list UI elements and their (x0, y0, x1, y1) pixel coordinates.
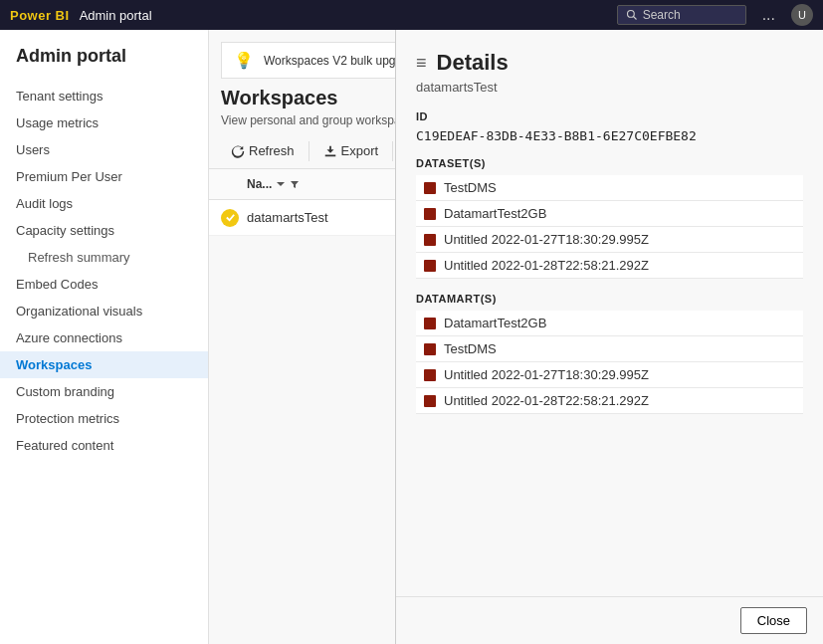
list-item: Untitled 2022-01-28T22:58:21.292Z (416, 253, 803, 279)
sidebar-item-refresh-summary[interactable]: Refresh summary (0, 244, 208, 271)
dataset-icon (424, 260, 436, 272)
details-inner: ≡ Details datamartsTest ID C19EDEAF-83DB… (396, 30, 823, 596)
sidebar-item-featured-content[interactable]: Featured content (0, 432, 208, 459)
search-box[interactable]: Search (617, 5, 746, 25)
sidebar-item-protection-metrics[interactable]: Protection metrics (0, 405, 208, 432)
dataset-icon (424, 234, 436, 246)
details-datamarts-label: DATAMART(S) (416, 293, 803, 305)
details-list-icon: ≡ (416, 53, 427, 74)
sidebar-header: Admin portal (0, 46, 208, 83)
avatar[interactable]: U (791, 4, 813, 26)
datamart-name: DatamartTest2GB (444, 316, 546, 330)
content-area: 💡 Workspaces V2 bulk upgrade is now ava.… (209, 30, 823, 644)
toolbar-separator-2 (392, 141, 393, 161)
datamart-name: TestDMS (444, 341, 497, 356)
details-id-value: C19EDEAF-83DB-4E33-B8B1-6E27C0EFBE82 (416, 128, 803, 143)
list-item: TestDMS (416, 336, 803, 362)
sidebar-item-custom-branding[interactable]: Custom branding (0, 378, 208, 405)
export-icon (323, 144, 337, 158)
sidebar-item-premium-per-user[interactable]: Premium Per User (0, 163, 208, 190)
sidebar-item-azure-connections[interactable]: Azure connections (0, 324, 208, 351)
details-subtitle: datamartsTest (416, 80, 803, 95)
datamart-icon (424, 343, 436, 355)
search-icon (626, 9, 638, 21)
refresh-button[interactable]: Refresh (221, 139, 305, 162)
powerbi-logo: Power BI (10, 8, 70, 23)
list-item: Untitled 2022-01-28T22:58:21.292Z (416, 388, 803, 414)
export-button[interactable]: Export (313, 139, 389, 162)
sidebar-item-usage-metrics[interactable]: Usage metrics (0, 109, 208, 136)
sidebar-item-tenant-settings[interactable]: Tenant settings (0, 83, 208, 109)
list-item: Untitled 2022-01-27T18:30:29.995Z (416, 362, 803, 388)
sidebar-item-users[interactable]: Users (0, 136, 208, 163)
dataset-name: Untitled 2022-01-28T22:58:21.292Z (444, 258, 649, 273)
toolbar-separator (309, 141, 309, 161)
banner-icon: 💡 (234, 51, 254, 70)
details-title: Details (437, 50, 509, 76)
search-label: Search (643, 8, 681, 22)
sidebar-item-workspaces[interactable]: Workspaces (0, 351, 208, 378)
list-item: DatamartTest2GB (416, 201, 803, 227)
filter-icon[interactable] (290, 179, 300, 189)
topbar-title: Admin portal (80, 8, 152, 23)
list-item: Untitled 2022-01-27T18:30:29.995Z (416, 227, 803, 253)
datamart-name: Untitled 2022-01-27T18:30:29.995Z (444, 367, 649, 382)
sort-icon[interactable] (276, 179, 286, 189)
svg-point-0 (627, 11, 634, 18)
datamart-name: Untitled 2022-01-28T22:58:21.292Z (444, 393, 649, 408)
list-item: TestDMS (416, 175, 803, 201)
details-footer: Close (396, 596, 823, 644)
datamart-icon (424, 395, 436, 407)
sidebar: Admin portal Tenant settings Usage metri… (0, 30, 209, 644)
row-status-icon (221, 209, 239, 227)
sidebar-item-capacity-settings[interactable]: Capacity settings (0, 217, 208, 244)
main-container: Admin portal Tenant settings Usage metri… (0, 30, 823, 644)
refresh-icon (231, 144, 245, 158)
details-title-row: ≡ Details (416, 50, 803, 76)
check-icon (225, 212, 236, 223)
more-options-button[interactable]: ... (756, 6, 781, 24)
dataset-name: DatamartTest2GB (444, 206, 546, 221)
topbar: Power BI Admin portal Search ... U (0, 0, 823, 30)
sidebar-item-audit-logs[interactable]: Audit logs (0, 190, 208, 217)
dataset-name: TestDMS (444, 180, 497, 195)
list-item: DatamartTest2GB (416, 311, 803, 336)
header-icon-spacer (221, 175, 239, 193)
sidebar-item-organizational-visuals[interactable]: Organizational visuals (0, 298, 208, 324)
details-panel: ≡ Details datamartsTest ID C19EDEAF-83DB… (395, 30, 823, 644)
details-datasets-label: DATASET(S) (416, 157, 803, 169)
dataset-name: Untitled 2022-01-27T18:30:29.995Z (444, 232, 649, 247)
datamart-icon (424, 369, 436, 381)
svg-line-1 (633, 17, 636, 20)
datamart-icon (424, 318, 436, 329)
details-id-label: ID (416, 110, 803, 122)
dataset-icon (424, 182, 436, 194)
dataset-icon (424, 208, 436, 220)
close-button[interactable]: Close (740, 607, 807, 634)
sidebar-item-embed-codes[interactable]: Embed Codes (0, 271, 208, 298)
